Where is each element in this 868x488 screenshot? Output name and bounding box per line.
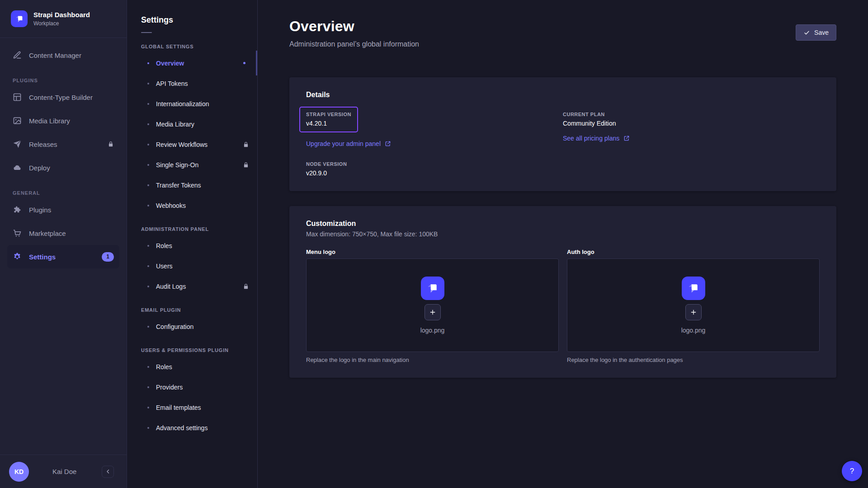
subnav-item-configuration[interactable]: Configuration <box>127 316 257 337</box>
subnav-item-webhooks[interactable]: Webhooks <box>127 195 257 216</box>
subnav-item-label: Roles <box>156 242 172 249</box>
avatar[interactable]: KD <box>9 462 29 482</box>
bullet-icon <box>147 205 149 206</box>
subnav-item-advanced-settings[interactable]: Advanced settings <box>127 418 257 438</box>
node-version-value: v20.9.0 <box>306 169 563 177</box>
subnav-item-providers[interactable]: Providers <box>127 377 257 397</box>
subnav-item-label: Users <box>156 263 173 270</box>
subnav-item-transfer-tokens[interactable]: Transfer Tokens <box>127 175 257 195</box>
details-heading: Details <box>306 91 820 99</box>
strapi-version-label: STRAPI VERSION <box>306 112 351 117</box>
sidebar-item-releases[interactable]: Releases <box>7 132 119 156</box>
lock-icon <box>243 162 249 168</box>
main-content: Overview Administration panel’s global i… <box>258 0 868 488</box>
bullet-icon <box>147 103 149 105</box>
details-card: Details STRAPI VERSION v4.20.1 Upgrade y… <box>289 77 836 191</box>
current-plan-label: CURRENT PLAN <box>563 112 820 117</box>
subnav-item-overview[interactable]: Overview <box>127 53 257 73</box>
subnav-section-administration-panel: ADMINISTRATION PANEL <box>141 226 244 232</box>
bullet-icon <box>147 184 149 186</box>
subnav-item-email-templates[interactable]: Email templates <box>127 397 257 418</box>
page-header: Overview Administration panel’s global i… <box>289 18 836 48</box>
sidebar-item-deploy[interactable]: Deploy <box>7 156 119 179</box>
page-title: Overview <box>289 18 836 35</box>
upgrade-admin-panel-link[interactable]: Upgrade your admin panel <box>306 140 391 147</box>
cart-icon <box>13 229 22 238</box>
subnav-item-label: Webhooks <box>156 202 186 209</box>
menu-logo-add-button[interactable] <box>425 304 441 320</box>
subnav-item-admin-roles[interactable]: Roles <box>127 235 257 256</box>
save-button-label: Save <box>814 29 829 36</box>
sidebar-item-content-manager[interactable]: Content Manager <box>7 43 119 67</box>
sidebar-item-label: Media Library <box>29 117 70 125</box>
plus-icon <box>429 309 436 316</box>
current-plan-value: Community Edition <box>563 120 820 127</box>
main-sidebar: Strapi Dashboard Workplace Content Manag… <box>0 0 127 488</box>
subnav-item-media-library[interactable]: Media Library <box>127 114 257 134</box>
external-link-icon <box>385 141 391 147</box>
sidebar-item-settings[interactable]: Settings 1 <box>7 245 119 268</box>
subnav-item-up-roles[interactable]: Roles <box>127 357 257 377</box>
sidebar-item-marketplace[interactable]: Marketplace <box>7 221 119 245</box>
sidebar-item-plugins[interactable]: Plugins <box>7 198 119 221</box>
active-indicator-dot <box>243 62 245 64</box>
details-left-column: STRAPI VERSION v4.20.1 Upgrade your admi… <box>306 112 563 177</box>
subnav-item-label: Advanced settings <box>156 424 208 432</box>
bullet-icon <box>147 286 149 287</box>
strapi-logo-icon <box>11 10 28 27</box>
pricing-plans-link[interactable]: See all pricing plans <box>563 135 630 142</box>
menu-logo-field: Menu logo logo.png <box>306 249 559 363</box>
lock-icon <box>243 283 249 290</box>
menu-logo-upload-area[interactable]: logo.png <box>306 258 559 352</box>
lock-icon <box>243 141 249 148</box>
sidebar-section-general: GENERAL <box>13 190 119 196</box>
subnav-item-api-tokens[interactable]: API Tokens <box>127 73 257 94</box>
bullet-icon <box>147 265 149 267</box>
strapi-version-highlight-box: STRAPI VERSION v4.20.1 <box>299 107 358 132</box>
auth-logo-add-button[interactable] <box>685 304 702 320</box>
bullet-icon <box>147 83 149 84</box>
sidebar-item-media-library[interactable]: Media Library <box>7 109 119 132</box>
subnav-item-label: Transfer Tokens <box>156 182 201 189</box>
gear-icon <box>13 252 22 261</box>
customization-heading: Customization <box>306 220 820 228</box>
sidebar-item-content-type-builder[interactable]: Content-Type Builder <box>7 85 119 109</box>
subnav-item-label: Roles <box>156 363 172 371</box>
sidebar-item-label: Plugins <box>29 206 51 214</box>
bullet-icon <box>147 386 149 388</box>
sidebar-item-label: Marketplace <box>29 230 66 237</box>
layout-grid-icon <box>13 93 22 102</box>
active-indicator-edge <box>256 51 257 75</box>
subnav-item-audit-logs[interactable]: Audit Logs <box>127 276 257 296</box>
sidebar-collapse-button[interactable] <box>102 465 114 478</box>
auth-logo-label: Auth logo <box>567 249 820 255</box>
customization-card: Customization Max dimension: 750×750, Ma… <box>289 206 836 378</box>
auth-logo-field: Auth logo logo.png <box>567 249 820 363</box>
settings-notification-badge: 1 <box>102 252 114 262</box>
auth-logo-upload-area[interactable]: logo.png <box>567 258 820 352</box>
bullet-icon <box>147 164 149 166</box>
subnav-item-single-sign-on[interactable]: Single Sign-On <box>127 155 257 175</box>
sidebar-nav: Content Manager PLUGINS Content-Type Bui… <box>0 38 127 455</box>
sidebar-item-label: Content-Type Builder <box>29 94 93 101</box>
save-button[interactable]: Save <box>796 24 836 41</box>
auth-logo-caption: Replace the logo in the authentication p… <box>567 357 820 363</box>
menu-logo-label: Menu logo <box>306 249 559 255</box>
plus-icon <box>690 309 697 316</box>
page-subtitle: Administration panel’s global informatio… <box>289 40 836 48</box>
node-version-label: NODE VERSION <box>306 161 563 167</box>
sidebar-item-label: Releases <box>29 141 57 148</box>
puzzle-icon <box>13 205 22 214</box>
workspace-brand[interactable]: Strapi Dashboard Workplace <box>0 0 127 38</box>
sidebar-section-plugins: PLUGINS <box>13 78 119 83</box>
help-button[interactable]: ? <box>842 461 862 481</box>
subnav-item-label: Configuration <box>156 323 193 330</box>
user-area: KD Kai Doe <box>0 455 127 488</box>
bullet-icon <box>147 366 149 368</box>
bullet-icon <box>147 427 149 429</box>
subnav-item-internationalization[interactable]: Internationalization <box>127 94 257 114</box>
sidebar-item-label: Deploy <box>29 164 50 172</box>
pricing-link-label: See all pricing plans <box>563 135 619 142</box>
subnav-item-review-workflows[interactable]: Review Workflows <box>127 134 257 155</box>
subnav-item-users[interactable]: Users <box>127 256 257 276</box>
